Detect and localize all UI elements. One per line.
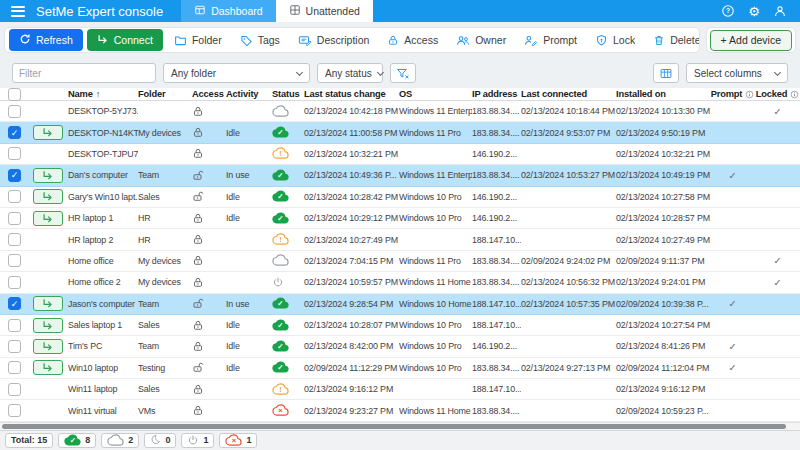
row-checkbox[interactable]	[8, 147, 21, 160]
status-online-icon: ✓	[272, 212, 289, 225]
column-header-name[interactable]: Name↑	[68, 89, 138, 99]
column-header-ip-address[interactable]: IP address	[472, 89, 521, 99]
device-row[interactable]: Sales laptop 1SalesIdle✓02/13/2024 10:28…	[0, 315, 800, 336]
column-header-last-status-change[interactable]: Last status change	[304, 89, 399, 99]
description-icon	[298, 34, 312, 47]
cell-access	[188, 361, 226, 374]
device-row[interactable]: DESKTOP-TJPU7...!02/13/2024 10:32:21 PM1…	[0, 144, 800, 165]
status-badge-sleep[interactable]: 0	[144, 433, 176, 448]
row-checkbox[interactable]: ✓	[8, 126, 21, 139]
table-view-button[interactable]	[653, 63, 679, 83]
device-row[interactable]: HR laptop 1HRIdle✓02/13/2024 10:29:12 PM…	[0, 208, 800, 229]
owner-button[interactable]: Owner	[447, 29, 515, 51]
add-device-button[interactable]: + Add device	[710, 30, 792, 51]
device-row[interactable]: ✓DESKTOP-N14KT...My devicesIdle✓02/13/20…	[0, 122, 800, 143]
prompt-button[interactable]: Prompt	[515, 29, 586, 51]
user-icon[interactable]	[773, 4, 787, 18]
gear-icon[interactable]: ⚙	[748, 5, 760, 18]
row-connect-button[interactable]	[33, 189, 63, 204]
refresh-button[interactable]: Refresh	[9, 29, 83, 51]
column-header-installed-on[interactable]: Installed on	[616, 89, 710, 99]
cell-name: Dan's computer	[68, 170, 138, 180]
row-checkbox[interactable]	[8, 340, 21, 353]
status-select[interactable]: Any status	[317, 63, 383, 83]
row-checkbox[interactable]	[8, 233, 21, 246]
clear-filter-button[interactable]	[390, 63, 416, 83]
columns-select[interactable]: Select columns	[686, 63, 788, 83]
device-row[interactable]: Gary's Win10 lapt...SalesIdle✓02/13/2024…	[0, 187, 800, 208]
lock-button[interactable]: Lock	[586, 29, 644, 51]
device-row[interactable]: Tim's PCTeamIdle✓02/13/2024 8:42:00 PMWi…	[0, 336, 800, 357]
folder-select[interactable]: Any folder	[163, 63, 310, 83]
tag-icon	[240, 34, 253, 47]
row-connect-button[interactable]	[33, 318, 63, 333]
status-online-icon: ✓	[272, 126, 289, 139]
device-row[interactable]: Win10 laptopTestingIdle✓02/09/2024 11:12…	[0, 358, 800, 379]
cell-ip-address: 183.88.34....	[472, 277, 521, 287]
lock-closed-icon	[192, 126, 204, 139]
folder-button[interactable]: Folder	[165, 29, 231, 51]
delete-button[interactable]: Delete	[644, 29, 699, 51]
device-row[interactable]: Win11 virtualVMs×02/13/2024 9:23:27 PMWi…	[0, 400, 800, 421]
column-header-activity[interactable]: Activity	[226, 89, 264, 99]
device-row[interactable]: Home officeMy devices02/13/2024 7:04:15 …	[0, 251, 800, 272]
column-header-last-connected[interactable]: Last connected	[521, 89, 616, 99]
device-row[interactable]: Win11 laptopSales!02/13/2024 9:16:12 PM1…	[0, 379, 800, 400]
row-checkbox[interactable]	[8, 190, 21, 203]
row-checkbox[interactable]	[8, 319, 21, 332]
column-header-locked[interactable]: Locked	[755, 89, 800, 99]
cell-folder: Sales	[138, 384, 188, 394]
access-button[interactable]: Access	[378, 29, 447, 51]
status-badge-offline[interactable]: 2	[101, 433, 139, 448]
device-row[interactable]: DESKTOP-5YJ73...02/13/2024 10:42:18 PMWi…	[0, 101, 800, 122]
column-header-status[interactable]: Status	[264, 89, 304, 99]
status-power-icon	[187, 434, 199, 447]
cell-installed-on: 02/13/2024 10:32:21 PM	[616, 149, 710, 159]
tags-button[interactable]: Tags	[231, 29, 289, 51]
tab-unattended[interactable]: Unattended	[276, 0, 373, 22]
row-checkbox[interactable]: ✓	[8, 297, 21, 310]
device-row[interactable]: Home office 2My devices02/13/2024 10:59:…	[0, 272, 800, 293]
row-connect-button[interactable]	[33, 125, 63, 140]
row-connect-button[interactable]	[33, 360, 63, 375]
scrollbar-thumb[interactable]	[2, 424, 786, 429]
row-checkbox[interactable]	[8, 404, 21, 417]
row-connect-button[interactable]	[33, 296, 63, 311]
help-icon[interactable]: ?	[721, 4, 735, 18]
row-checkbox[interactable]	[8, 276, 21, 289]
column-header-prompt[interactable]: Prompt	[710, 89, 755, 99]
row-checkbox[interactable]	[8, 254, 21, 267]
row-connect-button[interactable]	[33, 339, 63, 354]
row-checkbox[interactable]	[8, 212, 21, 225]
column-header-os[interactable]: OS	[399, 89, 472, 99]
status-badge-power[interactable]: 1	[181, 433, 214, 448]
device-row[interactable]: ✓Jason's computerTeamIn use✓02/13/2024 9…	[0, 294, 800, 315]
row-checkbox[interactable]	[8, 383, 21, 396]
connect-button[interactable]: Connect	[87, 29, 163, 51]
cell-ip-address: 146.190.2...	[472, 341, 521, 351]
menu-icon[interactable]	[0, 0, 32, 22]
status-badge-online[interactable]: ✓8	[58, 433, 96, 448]
lock-closed-icon	[192, 383, 204, 396]
column-header-folder[interactable]: Folder	[138, 89, 188, 99]
filter-input[interactable]	[12, 63, 156, 83]
cell-activity: Idle	[226, 128, 264, 138]
status-badge-error[interactable]: ×1	[219, 433, 257, 448]
horizontal-scrollbar[interactable]	[0, 422, 800, 430]
cell-name: Win11 laptop	[68, 384, 138, 394]
cell-name: HR laptop 1	[68, 213, 138, 223]
row-connect-button[interactable]	[33, 211, 63, 226]
tab-dashboard[interactable]: Dashboard	[181, 0, 275, 22]
cell-os: Windows 11 Enterp...	[399, 106, 472, 116]
column-header-access[interactable]: Access	[188, 89, 226, 99]
header-checkbox[interactable]	[8, 88, 21, 101]
owner-icon	[456, 34, 470, 47]
row-checkbox[interactable]: ✓	[8, 169, 21, 182]
device-row[interactable]: HR laptop 2HR!02/13/2024 10:27:49 PM188.…	[0, 229, 800, 250]
cell-last-status-change: 02/13/2024 9:23:27 PM	[304, 406, 399, 416]
row-checkbox[interactable]	[8, 361, 21, 374]
row-checkbox[interactable]	[8, 105, 21, 118]
device-row[interactable]: ✓Dan's computerTeamIn use✓02/13/2024 10:…	[0, 165, 800, 186]
description-button[interactable]: Description	[289, 29, 379, 51]
row-connect-button[interactable]	[33, 168, 63, 183]
